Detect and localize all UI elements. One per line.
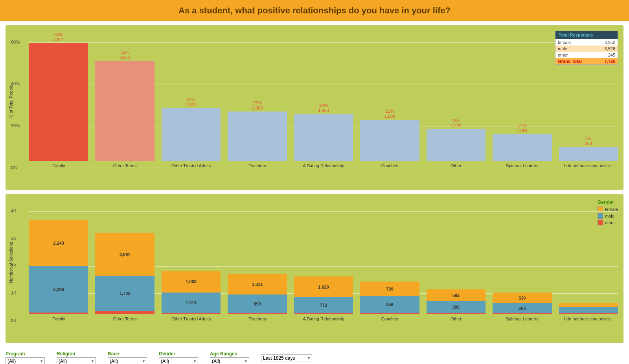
bar-segment <box>427 313 486 314</box>
bar-rect[interactable] <box>559 147 618 161</box>
gridline-4k: 4K <box>29 211 618 212</box>
stacked-bar[interactable]: 739 846 <box>360 282 419 314</box>
gender-select[interactable]: (All) <box>159 357 198 364</box>
segment-label: 1,732 <box>120 291 131 296</box>
segment-label: 2,091 <box>120 252 131 257</box>
page-title: As a student, what positive relationship… <box>0 5 629 16</box>
program-select[interactable]: (All) <box>6 357 45 364</box>
top-bar-group: 7% 563 I do not have any positiv.. <box>559 136 618 168</box>
segment-label: 539 <box>519 296 526 300</box>
stacked-bar[interactable]: 1,011 899 <box>228 274 287 314</box>
segment-label: 582 <box>452 293 460 298</box>
top-bar-group: 24% 1,863 A Dating Relationship <box>294 103 353 168</box>
stacked-bar[interactable]: 539 503 <box>493 293 552 314</box>
filters-row: Program (All) Religion (All) Race (All) <box>0 347 629 364</box>
bar-rect[interactable] <box>29 43 88 161</box>
bottom-bar-group: 2,243 2,296 Family <box>29 220 88 321</box>
bottom-bar-x-label: A Dating Relationship <box>303 316 344 321</box>
stacked-bar[interactable]: 1,063 1,013 <box>162 271 221 314</box>
bar-top-label: 14% 1,061 <box>517 123 528 133</box>
title-bar: As a student, what positive relationship… <box>0 0 629 21</box>
bar-segment <box>228 313 287 314</box>
bar-pct: 14% <box>518 123 526 128</box>
bottom-y-axis-label: Number of Selections <box>9 242 13 283</box>
bar-segment: 539 <box>493 293 552 303</box>
bar-rect[interactable] <box>162 108 221 161</box>
top-chart-container: % of Total People Total Responses female… <box>6 25 623 190</box>
age-select[interactable]: (All) <box>210 357 249 364</box>
race-filter: Race (All) <box>108 351 147 364</box>
religion-select[interactable]: (All) <box>57 357 96 364</box>
bar-count: 1,969 <box>252 106 263 110</box>
stacked-bar[interactable]: 2,243 2,296 <box>29 220 88 314</box>
bar-count: 2,122 <box>186 102 197 107</box>
age-filter: Age Ranges (All) <box>210 351 249 364</box>
bar-segment: 846 <box>360 296 419 313</box>
bottom-bar-x-label: Coaches <box>381 316 398 321</box>
top-bars-area: 60% 40% 20% 0% 60% 4,621 Family 51% 3,97… <box>29 42 618 168</box>
segment-label: 1,013 <box>186 300 197 305</box>
date-select-wrapper[interactable]: Last 1825 days <box>261 354 312 362</box>
segment-label: 772 <box>320 303 327 307</box>
bar-segment: 739 <box>360 282 419 296</box>
bar-segment: 1,011 <box>228 274 287 294</box>
bar-rect[interactable] <box>95 61 154 161</box>
bar-rect[interactable] <box>360 120 419 161</box>
segment-label: 2,296 <box>53 287 64 292</box>
gridline-60: 60% <box>29 42 618 43</box>
stacked-bar[interactable] <box>559 303 618 314</box>
bar-segment: 503 <box>493 303 552 313</box>
bar-rect[interactable] <box>294 114 353 161</box>
gender-filter-label: Gender <box>159 351 198 357</box>
religion-filter-label: Religion <box>57 351 96 357</box>
bar-pct: 60% <box>54 32 63 37</box>
bottom-bar-group: 1,063 1,013 Other Trusted Adults <box>162 271 221 321</box>
top-bar-group: 21% 1,606 Coaches <box>360 109 419 168</box>
bar-pct: 16% <box>452 118 460 123</box>
bar-top-label: 51% 3,973 <box>120 50 131 60</box>
bar-top-label: 25% 1,969 <box>252 101 263 111</box>
bar-x-label: Other <box>451 163 462 168</box>
bottom-bar-group: 582 585 Other <box>427 289 486 321</box>
bottom-bar-x-label: I do not have any positiv.. <box>564 316 613 321</box>
bottom-bar-x-label: Other Teens <box>113 316 137 321</box>
bar-segment <box>360 313 419 314</box>
date-select[interactable]: Last 1825 days <box>261 354 312 362</box>
bar-segment: 585 <box>427 301 486 313</box>
bottom-chart-container: Number of Selections Gender femalemaleot… <box>6 194 623 343</box>
bar-count: 1,863 <box>318 108 329 113</box>
stacked-bar[interactable]: 2,091 1,732 <box>95 233 154 314</box>
bottom-bar-group: I do not have any positiv.. <box>559 303 618 321</box>
age-filter-label: Age Ranges <box>210 351 249 357</box>
bar-top-label: 24% 1,863 <box>318 103 329 113</box>
bar-count: 4,621 <box>53 37 64 42</box>
bar-x-label: Family <box>52 163 65 168</box>
age-select-wrapper[interactable]: (All) <box>210 357 249 364</box>
race-select[interactable]: (All) <box>108 357 147 364</box>
stacked-bar[interactable]: 582 585 <box>427 289 486 314</box>
top-bar-group: 16% 1,229 Other <box>427 118 486 168</box>
bar-pct: 27% <box>187 97 195 102</box>
segment-label: 846 <box>386 302 393 307</box>
gender-select-wrapper[interactable]: (All) <box>159 357 198 364</box>
charts-wrapper: % of Total People Total Responses female… <box>0 21 629 347</box>
bar-segment: 2,243 <box>29 220 88 266</box>
bar-rect[interactable] <box>427 129 486 161</box>
bar-x-label: I do not have any positiv.. <box>564 163 613 168</box>
bar-segment: 2,296 <box>29 266 88 313</box>
bar-pct: 25% <box>253 101 262 105</box>
bar-segment <box>95 311 154 314</box>
bottom-bar-x-label: Teachers <box>248 316 266 321</box>
program-select-wrapper[interactable]: (All) <box>6 357 45 364</box>
bottom-bar-group: 1,028 772 A Dating Relationship <box>294 276 353 321</box>
stacked-bar[interactable]: 1,028 772 <box>294 276 353 314</box>
bar-rect[interactable] <box>493 134 552 161</box>
bar-top-label: 16% 1,229 <box>451 118 462 128</box>
bar-pct: 51% <box>121 50 129 55</box>
bar-x-label: Coaches <box>381 163 398 168</box>
bar-rect[interactable] <box>228 112 287 161</box>
race-select-wrapper[interactable]: (All) <box>108 357 147 364</box>
bar-segment <box>493 313 552 314</box>
religion-select-wrapper[interactable]: (All) <box>57 357 96 364</box>
bar-x-label: Other Teens <box>113 163 137 168</box>
